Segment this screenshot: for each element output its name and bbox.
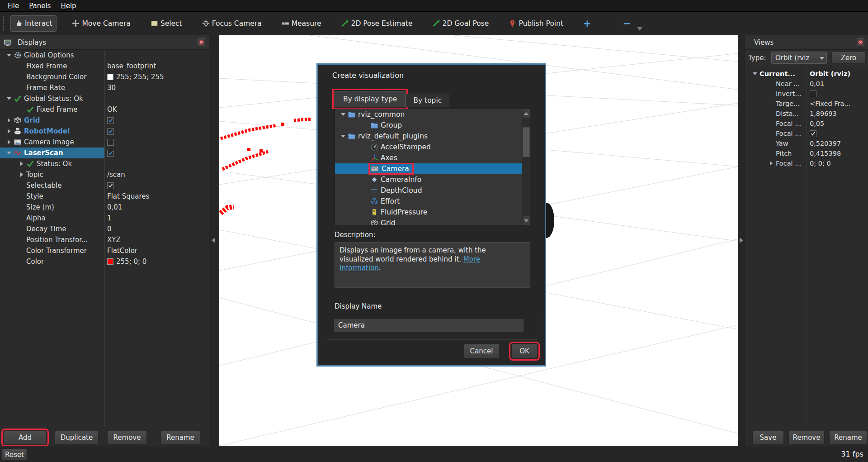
- displays-row-background-color[interactable]: Background Color255; 255; 255: [0, 71, 209, 82]
- tool-select[interactable]: Select: [146, 15, 187, 32]
- tool-publish-point[interactable]: Publish Point: [504, 15, 568, 32]
- row-value[interactable]: 255; 255; 255: [107, 73, 164, 81]
- close-views-panel-icon[interactable]: [857, 38, 864, 46]
- checkbox[interactable]: [107, 128, 114, 135]
- checkbox[interactable]: [107, 150, 114, 157]
- plugin-row-rviz-default-plugins[interactable]: rviz_default_plugins: [335, 131, 530, 142]
- rename-display-button[interactable]: Rename: [160, 431, 200, 444]
- checkbox[interactable]: [107, 139, 114, 146]
- expander-down-icon[interactable]: [7, 152, 11, 154]
- views-row-focal[interactable]: Focal ...0; 0; 0: [745, 158, 868, 168]
- scroll-up-icon[interactable]: [523, 109, 530, 118]
- save-view-button[interactable]: Save: [752, 431, 784, 444]
- row-value[interactable]: [107, 150, 114, 157]
- views-row-pitch[interactable]: Pitch0,415398: [745, 148, 868, 158]
- plugin-row-fluidpressure[interactable]: FluidPressure: [335, 207, 530, 218]
- expander-down-icon[interactable]: [341, 113, 345, 116]
- views-row-invert[interactable]: Invert...: [745, 89, 868, 99]
- plugin-row-camerainfo[interactable]: CameraInfo: [335, 174, 530, 185]
- color-swatch[interactable]: [107, 258, 113, 265]
- views-row-targe[interactable]: Targe...<Fixed Fra...: [745, 99, 868, 109]
- add-tool-button[interactable]: +: [579, 17, 596, 30]
- displays-row-laserscan[interactable]: LaserScan: [0, 148, 209, 158]
- tab-by-topic[interactable]: By topic: [406, 94, 449, 107]
- tool-measure[interactable]: Measure: [277, 15, 326, 32]
- view-type-dropdown[interactable]: Orbit (rviz: [771, 52, 827, 64]
- expander-down-icon[interactable]: [753, 72, 757, 75]
- displays-row-selectable[interactable]: Selectable: [0, 180, 209, 191]
- expander-right-icon[interactable]: [770, 161, 773, 166]
- scrollbar-thumb[interactable]: [523, 127, 530, 157]
- views-row-near[interactable]: Near ...0,01: [745, 79, 868, 89]
- remove-tool-button[interactable]: −: [618, 17, 636, 30]
- tool-move-camera[interactable]: Move Camera: [67, 15, 135, 32]
- remove-display-button[interactable]: Remove: [107, 431, 147, 444]
- views-row-current[interactable]: Current...Orbit (rviz): [745, 69, 868, 79]
- row-value[interactable]: [107, 128, 114, 135]
- tool-2d-pose-estimate[interactable]: 2D Pose Estimate: [337, 15, 417, 32]
- expander-right-icon[interactable]: [20, 172, 23, 177]
- displays-row-position-transfor[interactable]: Position Transfor...XYZ: [0, 234, 209, 245]
- menu-file[interactable]: File: [3, 0, 24, 11]
- toolbar-drag-handle-icon[interactable]: [2, 15, 5, 32]
- row-value[interactable]: [107, 117, 114, 124]
- displays-row-color-transformer[interactable]: Color TransformerFlatColor: [0, 245, 209, 256]
- views-row-yaw[interactable]: Yaw0,520397: [745, 138, 868, 148]
- displays-row-topic[interactable]: Topic/scan: [0, 169, 209, 180]
- tree-scrollbar[interactable]: [522, 109, 530, 225]
- displays-row-size-m[interactable]: Size (m)0,01: [0, 202, 209, 213]
- remove-view-button[interactable]: Remove: [788, 431, 825, 444]
- row-value[interactable]: [810, 90, 816, 97]
- expander-right-icon[interactable]: [8, 118, 10, 123]
- tool-focus-camera[interactable]: Focus Camera: [198, 15, 266, 32]
- row-value[interactable]: 255; 0; 0: [107, 257, 146, 266]
- plugin-row-accelstamped[interactable]: AccelStamped: [335, 142, 530, 152]
- plugin-row-depthcloud[interactable]: DepthCloud: [335, 185, 530, 196]
- plugin-row-effort[interactable]: Effort: [335, 196, 530, 207]
- checkbox[interactable]: [810, 130, 816, 137]
- tab-by-display-type[interactable]: By display type: [335, 91, 406, 107]
- displays-row-camera-image[interactable]: Camera Image: [0, 137, 209, 148]
- display-name-input[interactable]: [334, 319, 524, 332]
- plugin-row-rviz-common[interactable]: rviz_common: [335, 109, 530, 120]
- views-row-focal[interactable]: Focal ...: [745, 129, 868, 138]
- displays-row-decay-time[interactable]: Decay Time0: [0, 224, 209, 234]
- tool-2d-goal-pose[interactable]: 2D Goal Pose: [428, 15, 494, 32]
- plugin-row-grid[interactable]: Grid: [335, 218, 530, 225]
- row-value[interactable]: [107, 182, 114, 189]
- menu-help[interactable]: Help: [56, 0, 81, 11]
- tool-interact[interactable]: Interact: [10, 15, 57, 32]
- displays-row-status-ok[interactable]: Status: Ok: [0, 158, 209, 169]
- chevron-down-icon[interactable]: [637, 27, 642, 31]
- cancel-button[interactable]: Cancel: [463, 344, 500, 358]
- plugin-row-group[interactable]: Group: [335, 120, 530, 131]
- menu-panels[interactable]: Panels: [24, 0, 56, 11]
- displays-row-alpha[interactable]: Alpha1: [0, 213, 209, 224]
- expander-right-icon[interactable]: [8, 129, 10, 133]
- displays-row-global-status-ok[interactable]: Global Status: Ok: [0, 93, 209, 104]
- reset-button[interactable]: Reset: [2, 449, 27, 460]
- displays-row-robotmodel[interactable]: RobotModel: [0, 126, 209, 137]
- displays-row-grid[interactable]: Grid: [0, 115, 209, 126]
- ok-button[interactable]: OK: [511, 344, 538, 358]
- add-display-button[interactable]: Add: [4, 431, 47, 444]
- displays-row-global-options[interactable]: Global Options: [0, 50, 209, 61]
- displays-row-style[interactable]: StyleFlat Squares: [0, 191, 209, 202]
- views-row-focal[interactable]: Focal ...0,05: [745, 119, 868, 129]
- collapse-left-panel-arrow-icon[interactable]: [212, 238, 215, 243]
- expander-right-icon[interactable]: [20, 162, 23, 166]
- checkbox[interactable]: [107, 117, 114, 124]
- scroll-down-icon[interactable]: [523, 216, 530, 225]
- expander-down-icon[interactable]: [7, 97, 11, 100]
- displays-row-frame-rate[interactable]: Frame Rate30: [0, 82, 209, 93]
- collapse-right-panel-arrow-icon[interactable]: [740, 238, 743, 243]
- close-displays-panel-icon[interactable]: [198, 38, 205, 46]
- displays-row-fixed-frame[interactable]: Fixed FrameOK: [0, 104, 209, 115]
- expander-down-icon[interactable]: [7, 54, 11, 57]
- color-swatch[interactable]: [107, 74, 113, 80]
- plugin-row-camera[interactable]: Camera: [335, 163, 530, 174]
- plugin-row-axes[interactable]: Axes: [335, 152, 530, 163]
- displays-row-color[interactable]: Color255; 0; 0: [0, 256, 209, 267]
- row-value[interactable]: [107, 139, 114, 146]
- views-row-dista[interactable]: Dista...1,89693: [745, 109, 868, 119]
